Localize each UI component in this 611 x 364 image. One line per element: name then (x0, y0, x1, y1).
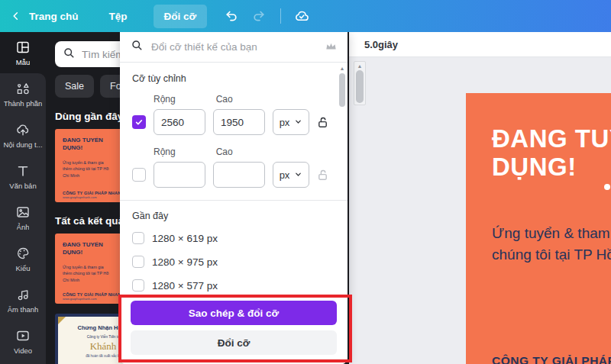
resize-search-input[interactable] (151, 41, 318, 53)
sidebar-item-styles[interactable]: Kiểu (0, 238, 46, 279)
canvas-area[interactable]: ▲ ĐANG TUYỂN DỤNG! Ứng tuyển & tham gia … (348, 57, 611, 364)
redo-button[interactable] (251, 8, 267, 24)
scroll-up-arrow[interactable]: ▲ (338, 66, 346, 72)
design-body-line1: Ứng tuyển & tham gia thêm (492, 223, 611, 244)
width-label: Rộng (154, 94, 176, 105)
custom-size-row-2: px (132, 162, 329, 188)
search-icon (63, 47, 76, 63)
design-footer-text: CÔNG TY GIẢI PHÁP NHANH (492, 354, 611, 364)
photo-icon (15, 205, 31, 220)
sidebar-item-elements[interactable]: Thành phần (0, 73, 46, 114)
tag-sale[interactable]: Sale (55, 75, 94, 98)
copy-and-resize-button[interactable]: Sao chép & đổi cỡ (131, 301, 337, 325)
recent-size-option[interactable]: 1280 × 619 px (132, 231, 329, 245)
thumb-body: Ứng tuyển & tham gia thêm chúng tôi tại … (63, 159, 113, 179)
recent-size-option[interactable]: 1280 × 975 px (132, 255, 329, 269)
sidebar-item-audio[interactable]: Âm thanh (0, 279, 46, 321)
width-input[interactable] (154, 109, 205, 135)
size-checkbox-unchecked[interactable] (132, 168, 146, 182)
height-input-2[interactable] (213, 162, 265, 188)
height-label: Cao (216, 94, 233, 105)
canvas-scrollbar[interactable]: ▲ (354, 61, 366, 105)
thumb-heading: ĐANG TUYỂN DỤNG! (63, 137, 116, 152)
duration-label: 5.0giây (364, 39, 398, 50)
crown-icon (325, 40, 337, 54)
recent-size-text: 1280 × 577 px (152, 280, 218, 292)
dropdown-scrollbar[interactable]: ▲ ▼ (338, 66, 346, 324)
cloud-check-icon (293, 8, 310, 24)
height-label: Cao (216, 147, 233, 157)
sidebar-label: Mẫu (16, 58, 30, 66)
menu-divider (120, 200, 348, 201)
home-label[interactable]: Trang chủ (29, 11, 79, 22)
cloud-upload-icon (15, 122, 31, 137)
recent-size-text: 1280 × 975 px (152, 256, 218, 268)
design-body-text: Ứng tuyển & tham gia thêm chúng tôi tại … (492, 223, 611, 265)
sidebar-label: Nội dung t... (3, 140, 42, 149)
sidebar-label: Video (14, 346, 32, 355)
resize-dropdown: Cỡ tùy chỉnh Rộng Cao px (120, 32, 348, 364)
resize-button[interactable]: Đổi cỡ (131, 330, 337, 355)
recent-size-option[interactable]: 1280 × 577 px (132, 279, 329, 292)
sidebar-item-photos[interactable]: Ảnh (0, 197, 46, 238)
recent-sizes-label: Gần đây (132, 211, 329, 221)
text-icon (15, 163, 31, 179)
design-page[interactable]: ĐANG TUYỂN DỤNG! Ứng tuyển & tham gia th… (466, 93, 611, 364)
dot-decoration (604, 184, 610, 190)
search-icon (131, 39, 144, 55)
undo-button[interactable] (224, 8, 239, 24)
shapes-icon (15, 81, 31, 96)
file-menu-button[interactable]: Tệp (109, 11, 128, 22)
design-heading: ĐANG TUYỂN DỤNG! (492, 125, 611, 182)
thumb-heading: ĐANG TUYỂN DỤNG! (63, 241, 116, 256)
resize-search-row[interactable] (120, 32, 348, 63)
chevron-down-icon (294, 117, 302, 128)
scroll-up-arrow[interactable]: ▲ (354, 63, 365, 69)
custom-size-label: Cỡ tùy chỉnh (132, 73, 329, 84)
design-body-line2: chúng tôi tại TP Hồ Chí Minh (492, 244, 611, 266)
back-home-button[interactable]: Trang chủ (11, 11, 79, 22)
sidebar-item-text[interactable]: Văn bản (0, 156, 46, 197)
sidebar-label: Văn bản (9, 182, 36, 190)
thumb-url: www.giaiphapnhanh.com (63, 195, 96, 199)
size-checkbox[interactable] (132, 256, 144, 268)
toolbar-divider (280, 8, 281, 24)
save-status-button[interactable] (293, 8, 310, 24)
top-bar: Trang chủ Tệp Đổi cỡ (0, 0, 611, 32)
lock-open-icon[interactable] (317, 116, 329, 128)
resize-actions: Sao chép & đổi cỡ Đổi cỡ (120, 293, 348, 364)
scrollbar-thumb[interactable] (356, 70, 364, 103)
redo-icon (251, 8, 267, 24)
canva-editor: Trang chủ Tệp Đổi cỡ Mẫu (0, 0, 611, 364)
sidebar-item-uploads[interactable]: Nội dung t... (0, 114, 46, 156)
size-checkbox[interactable] (132, 232, 144, 244)
scrollbar-thumb[interactable] (339, 73, 345, 107)
size-checkbox-checked[interactable] (132, 115, 146, 129)
left-sidebar: Mẫu Thành phần Nội dung t... Văn bản (0, 32, 46, 364)
lock-open-icon-disabled (317, 169, 329, 181)
sidebar-item-video[interactable]: Video (0, 321, 46, 362)
unit-select[interactable]: px (273, 109, 309, 135)
height-input[interactable] (213, 109, 265, 135)
sidebar-label: Âm thanh (8, 305, 39, 314)
size-checkbox[interactable] (132, 279, 144, 292)
width-input-2[interactable] (154, 162, 205, 188)
palette-icon (15, 246, 31, 261)
undo-icon (224, 8, 239, 24)
canvas-toolbar: 5.0giây (348, 32, 611, 57)
chevron-down-icon (294, 169, 302, 181)
sidebar-item-templates[interactable]: Mẫu (0, 32, 46, 73)
music-note-icon (15, 287, 31, 302)
sidebar-label: Thành phần (4, 99, 43, 108)
recent-size-text: 1280 × 619 px (152, 233, 218, 244)
unit-value: px (280, 169, 290, 181)
thumb-body: Ứng tuyển & tham gia thêm chúng tôi tại … (63, 264, 113, 283)
chevron-left-icon (11, 11, 21, 21)
resize-menu-button[interactable]: Đổi cỡ (154, 5, 208, 28)
sidebar-label: Kiểu (15, 264, 30, 272)
sidebar-inactive-group: Thành phần Nội dung t... Văn bản Ảnh (0, 73, 46, 364)
unit-select-2[interactable]: px (273, 162, 309, 188)
width-label: Rộng (154, 147, 176, 157)
custom-size-row-1: px (132, 109, 329, 135)
templates-icon (15, 40, 31, 55)
